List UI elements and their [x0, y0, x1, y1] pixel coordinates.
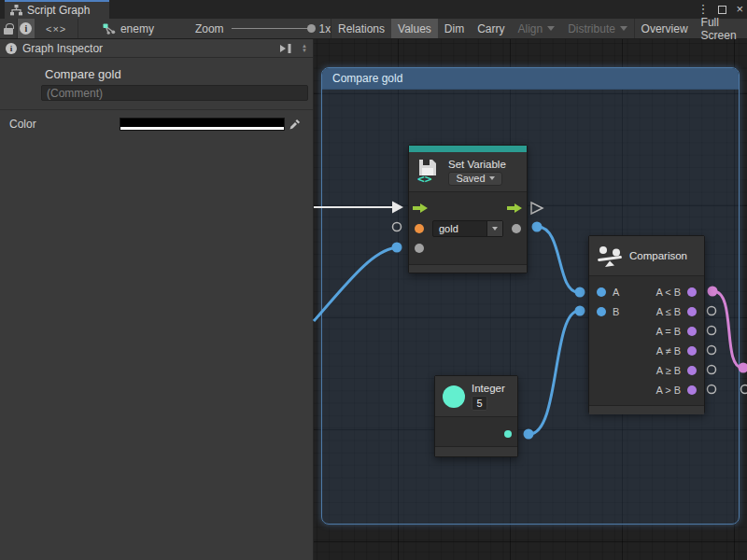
scope-label: Saved	[456, 173, 485, 184]
info-icon	[6, 43, 17, 54]
node-footer	[435, 446, 517, 456]
graph-inspector-title: Graph Inspector	[22, 42, 103, 55]
zoom-slider[interactable]	[232, 28, 312, 29]
graph-asset-icon	[103, 23, 116, 35]
node-comparison[interactable]: Comparison A A < B B A ≤ B A = B A ≠ B A…	[588, 235, 705, 413]
dropdown-arrow-icon	[489, 176, 495, 180]
tab-label: Script Graph	[27, 4, 90, 17]
zoom-value: 1x	[319, 22, 331, 35]
input-port-a[interactable]: A	[597, 287, 619, 298]
window-maximize-icon[interactable]	[718, 6, 726, 14]
variable-kind-strip	[409, 146, 527, 152]
dropdown-arrow-icon	[620, 26, 627, 31]
graph-toolbar: enemy Zoom 1x Relations Values Dim Carry…	[0, 19, 747, 39]
color-label: Color	[9, 118, 36, 131]
input-port-b[interactable]: B	[597, 306, 619, 317]
port-label: A ≠ B	[656, 345, 681, 357]
output-port-not-equal[interactable]: A ≠ B	[656, 345, 697, 357]
breadcrumb-label: enemy	[120, 22, 154, 35]
control-input-port[interactable]	[413, 203, 428, 213]
eyedropper-icon	[289, 119, 301, 131]
port-label: A > B	[655, 385, 681, 396]
toolbar-button-fullscreen[interactable]: Full Screen	[695, 19, 747, 38]
divider	[0, 109, 313, 110]
output-value-port[interactable]	[512, 224, 521, 233]
alpha-bar	[120, 127, 284, 130]
port-label: A = B	[655, 326, 681, 337]
collapse-panel-icon[interactable]	[279, 44, 292, 53]
toolbar-separator	[78, 19, 78, 38]
color-swatch[interactable]	[120, 118, 285, 131]
port-label: A < B	[655, 287, 681, 298]
group-title-field[interactable]: Compare gold	[45, 67, 313, 81]
variable-select-value: gold	[433, 221, 486, 236]
lock-icon	[4, 28, 13, 35]
dropdown-arrow-button[interactable]	[486, 221, 502, 236]
tab-script-graph[interactable]: Script Graph	[5, 0, 109, 19]
code-icon	[46, 22, 66, 35]
set-variable-icon: <>	[416, 159, 442, 185]
node-footer	[409, 264, 527, 273]
group-header[interactable]: Compare gold	[322, 68, 739, 90]
integer-value-field[interactable]: 5	[472, 396, 487, 411]
toolbar-button-dim[interactable]: Dim	[438, 19, 471, 38]
align-label: Align	[518, 22, 543, 35]
dropdown-arrow-icon	[547, 26, 555, 31]
node-integer[interactable]: Integer 5	[434, 375, 518, 457]
zoom-label: Zoom	[195, 22, 224, 35]
integer-type-icon	[443, 385, 465, 408]
comment-input[interactable]	[41, 85, 308, 101]
node-title: Set Variable	[448, 159, 506, 170]
breadcrumb-graph[interactable]: enemy	[95, 19, 162, 38]
scroll-spinner[interactable]: ▲▼	[302, 44, 307, 53]
graph-inspector-header: Graph Inspector ▲▼	[0, 39, 313, 58]
toolbar-button-overview[interactable]: Overview	[635, 19, 695, 38]
control-output-port[interactable]	[507, 203, 522, 213]
variable-select[interactable]: gold	[432, 220, 503, 237]
value-input-port[interactable]	[415, 244, 424, 253]
output-port-greater-equal[interactable]: A ≥ B	[656, 365, 697, 376]
lock-button[interactable]	[0, 19, 17, 38]
title-bar: Script Graph ⋮ ×	[0, 0, 747, 19]
script-graph-icon	[10, 5, 22, 16]
dropdown-arrow-icon	[492, 227, 498, 231]
port-label: A	[613, 287, 619, 298]
info-icon	[20, 22, 32, 35]
toolbar-button-values[interactable]: Values	[391, 19, 438, 38]
graph-canvas[interactable]: Compare gold <> Set Variable Saved	[314, 39, 747, 560]
color-row: Color	[0, 117, 313, 132]
distribute-label: Distribute	[568, 22, 615, 35]
toolbar-button-align[interactable]: Align	[512, 19, 562, 38]
output-port-equal[interactable]: A = B	[655, 326, 697, 337]
output-port-less[interactable]: A < B	[655, 287, 697, 298]
comparison-icon	[597, 245, 623, 268]
node-title: Integer	[472, 383, 505, 394]
eyedropper-button[interactable]	[288, 118, 302, 131]
output-port-greater[interactable]: A > B	[655, 385, 697, 396]
toolbar-button-carry[interactable]: Carry	[471, 19, 511, 38]
inspector-toggle-button[interactable]	[18, 19, 35, 38]
zoom-control: Zoom 1x	[195, 19, 331, 38]
port-label: A ≥ B	[656, 365, 681, 376]
variable-scope-dropdown[interactable]: Saved	[448, 172, 502, 186]
toolbar-button-distribute[interactable]: Distribute	[561, 19, 634, 38]
port-label: A ≤ B	[656, 306, 681, 317]
zoom-slider-handle[interactable]	[307, 24, 316, 33]
output-port-less-equal[interactable]: A ≤ B	[656, 306, 697, 317]
variable-name-port[interactable]	[415, 224, 424, 233]
node-footer	[589, 405, 704, 414]
svg-text:<>: <>	[417, 172, 432, 185]
toolbar-button-relations[interactable]: Relations	[331, 19, 391, 38]
edit-script-button[interactable]	[35, 19, 78, 38]
node-set-variable[interactable]: <> Set Variable Saved gold	[408, 145, 528, 273]
node-title: Comparison	[629, 250, 687, 261]
integer-output-port[interactable]	[504, 430, 512, 438]
graph-inspector-panel: Graph Inspector ▲▼ Compare gold Color	[0, 39, 314, 560]
port-label: B	[613, 306, 619, 317]
